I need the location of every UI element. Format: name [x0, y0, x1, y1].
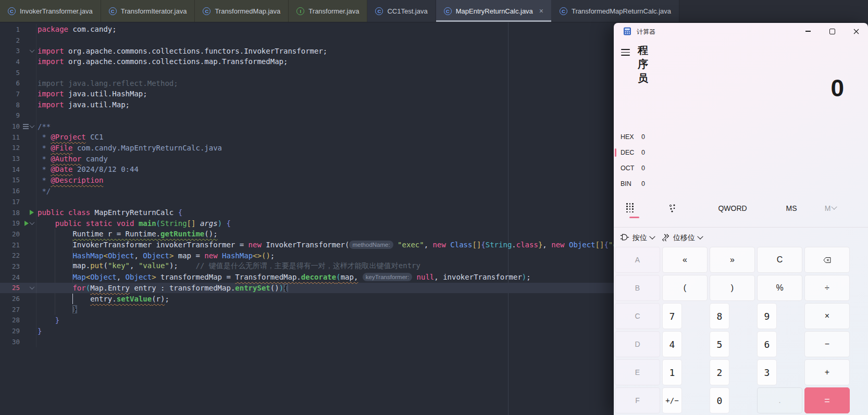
key-7[interactable]: 7	[662, 303, 682, 329]
line-number: 23	[0, 262, 20, 270]
radix-bin[interactable]: BIN0	[614, 176, 868, 192]
code-text: * @Project CC1	[36, 133, 103, 141]
code-text: InvokerTransformer invokerTransformer = …	[36, 241, 648, 249]
lsh-key[interactable]: «	[662, 247, 708, 273]
tab-label: TransformedMapReturnCalc.java	[572, 7, 671, 15]
fold-icon[interactable]	[30, 123, 35, 128]
clear-key[interactable]: C	[757, 247, 802, 273]
tab-invokertransformer[interactable]: CInvokerTransformer.java	[0, 0, 101, 22]
key-9[interactable]: 9	[757, 303, 777, 329]
percent-key[interactable]: %	[757, 275, 802, 301]
radix-oct[interactable]: OCT0	[614, 160, 868, 176]
bitop-bitwise-dropdown[interactable]: 按位	[620, 233, 654, 244]
key-4[interactable]: 4	[662, 331, 682, 357]
calculator-window: 计算器 程序员 0 HEX0DEC0OCT0BIN0	[614, 23, 868, 415]
code-text: }	[36, 327, 42, 335]
bitop-bitshift-dropdown[interactable]: 位移位	[661, 233, 702, 244]
rsh-key[interactable]: »	[710, 247, 755, 273]
minus-key[interactable]: −	[804, 331, 850, 357]
radix-hex[interactable]: HEX0	[614, 129, 868, 145]
tab-mapentryreturncalc[interactable]: CMapEntryReturnCalc.java×	[436, 0, 552, 22]
class-icon: C	[8, 7, 16, 15]
gutter: 20	[0, 229, 36, 240]
radix-selected-bar	[615, 164, 616, 172]
fold-icon[interactable]	[30, 220, 35, 225]
chevron-down-icon	[649, 234, 655, 240]
code-text: import org.apache.commons.collections.fu…	[36, 47, 327, 55]
line-number: 17	[0, 198, 20, 206]
tab-label: TransformIterator.java	[121, 7, 187, 15]
close-paren-key[interactable]: )	[710, 275, 755, 301]
multiply-key[interactable]: ×	[804, 303, 850, 329]
bit-toggle-keypad-icon[interactable]	[668, 203, 677, 213]
tab-transformedmap[interactable]: CTransformedMap.java	[195, 0, 289, 22]
line-number: 4	[0, 58, 20, 66]
radix-value: 0	[641, 180, 645, 187]
open-paren-key[interactable]: (	[662, 275, 708, 301]
tab-close-icon[interactable]: ×	[539, 7, 543, 15]
fold-icon[interactable]	[30, 284, 35, 290]
bitop-label: 位移位	[673, 233, 695, 243]
gutter: 14	[0, 164, 36, 175]
chevron-down-icon	[832, 204, 837, 210]
gutter-icons	[20, 210, 35, 215]
radix-label: HEX	[621, 133, 641, 141]
plus-minus-key[interactable]: +/−	[662, 387, 682, 413]
calculator-display: 0	[830, 74, 844, 102]
radix-dec[interactable]: DEC0	[614, 145, 868, 160]
gutter-icons	[20, 49, 35, 53]
divide-key[interactable]: ÷	[804, 275, 850, 301]
gutter: 4	[0, 56, 36, 67]
line-number: 19	[0, 219, 20, 227]
line-number: 15	[0, 176, 20, 184]
line-number: 10	[0, 122, 20, 130]
calculator-title-bar[interactable]: 计算器	[614, 23, 868, 40]
key-6[interactable]: 6	[757, 331, 777, 357]
key-e: E	[615, 359, 660, 385]
key-3[interactable]: 3	[757, 359, 777, 385]
gutter: 29	[0, 325, 36, 336]
close-button[interactable]	[844, 23, 868, 40]
gutter: 25	[0, 283, 36, 294]
maximize-button[interactable]	[820, 23, 844, 40]
logic-gate-icon	[620, 233, 629, 244]
gutter-icons	[20, 221, 35, 226]
key-1[interactable]: 1	[662, 359, 682, 385]
key-5[interactable]: 5	[710, 331, 729, 357]
tab-cc1test[interactable]: CCC1Test.java	[367, 0, 436, 22]
tab-transformiterator[interactable]: CTransformIterator.java	[101, 0, 195, 22]
tab-label: CC1Test.java	[387, 7, 427, 15]
word-size-button[interactable]: QWORD	[711, 201, 754, 216]
fold-icon[interactable]	[30, 47, 35, 53]
radix-label: OCT	[621, 165, 641, 172]
code-text: }	[36, 305, 77, 313]
key-0[interactable]: 0	[710, 387, 729, 413]
tab-transformer[interactable]: ITransformer.java	[289, 0, 367, 22]
plus-key[interactable]: +	[804, 359, 850, 385]
gutter: 18	[0, 207, 36, 218]
tab-transformedmapreturncalc[interactable]: CTransformedMapReturnCalc.java	[552, 0, 679, 22]
radix-panel: HEX0DEC0OCT0BIN0	[614, 129, 868, 192]
key-8[interactable]: 8	[710, 303, 729, 329]
backspace-key[interactable]	[804, 247, 850, 273]
run-icon[interactable]	[24, 221, 29, 226]
memory-store-button[interactable]: MS	[780, 201, 802, 216]
line-number: 11	[0, 133, 20, 141]
key-2[interactable]: 2	[710, 359, 729, 385]
class-icon: C	[109, 7, 117, 15]
line-number: 8	[0, 101, 20, 109]
gutter: 12	[0, 143, 36, 154]
doc-render-icon[interactable]	[23, 124, 29, 125]
maximize-icon	[829, 29, 835, 34]
run-icon[interactable]	[30, 210, 34, 215]
screen: CInvokerTransformer.javaCTransformIterat…	[0, 0, 868, 415]
code-text: /**	[36, 122, 51, 131]
menu-icon[interactable]	[621, 49, 630, 56]
full-keypad-icon[interactable]	[626, 203, 634, 213]
code-text: * @Description	[36, 176, 103, 184]
class-icon: C	[560, 7, 567, 15]
minimize-button[interactable]	[796, 23, 820, 40]
memory-menu-button[interactable]: M	[819, 201, 842, 216]
equals-key[interactable]: =	[804, 387, 850, 413]
key-c: C	[615, 303, 660, 329]
